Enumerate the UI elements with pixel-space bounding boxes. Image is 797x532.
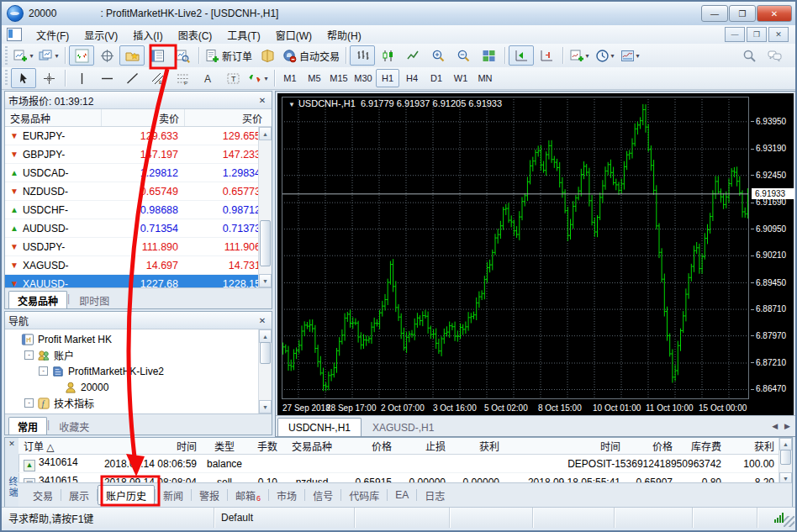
menu-显示[interactable]: 显示(V) xyxy=(77,26,125,44)
column-ask[interactable]: 买价 xyxy=(184,109,267,126)
market-watch-button[interactable] xyxy=(69,45,94,66)
terminal-tab-代码库[interactable]: 代码库 xyxy=(341,486,387,504)
vertical-line-button[interactable] xyxy=(69,68,94,88)
terminal-tab-EA[interactable]: EA xyxy=(388,486,416,504)
terminal-tab-邮箱[interactable]: 邮箱6 xyxy=(228,486,268,504)
tree-collapse-icon[interactable]: - xyxy=(24,398,34,408)
market-watch-row-NZDUSD[interactable]: ▼NZDUSD-0.657490.65773 xyxy=(5,182,272,201)
scroll-thumb[interactable] xyxy=(780,450,791,465)
terminal-tab-账户历史[interactable]: 账户历史 xyxy=(98,485,155,505)
timeframe-H1[interactable]: H1 xyxy=(376,69,399,87)
history-column-3[interactable]: 手数 xyxy=(247,439,282,453)
equidistant-channel-button[interactable]: E xyxy=(145,68,170,88)
market-watch-row-USDCHF[interactable]: ▲USDCHF-0.986880.98712 xyxy=(5,201,272,219)
market-watch-row-AUDUSD[interactable]: ▲AUDUSD-0.713540.71373 xyxy=(5,219,272,238)
terminal-tab-新闻[interactable]: 新闻 xyxy=(156,486,191,504)
mdi-minimize-button[interactable]: — xyxy=(725,27,745,42)
market-watch-row-XAGUSD[interactable]: ▼XAGUSD-14.69714.731 xyxy=(5,256,272,275)
navigator-item-技术指标[interactable]: -f技术指标 xyxy=(5,395,272,411)
market-watch-tab-交易品种[interactable]: 交易品种 xyxy=(8,291,67,308)
history-column-1[interactable]: 时间 xyxy=(87,439,202,453)
scroll-thumb[interactable] xyxy=(260,342,271,364)
status-profile[interactable]: Default xyxy=(214,508,355,528)
strategy-tester-button[interactable] xyxy=(170,45,195,66)
horizontal-line-button[interactable] xyxy=(94,68,119,88)
menu-插入[interactable]: 插入(I) xyxy=(125,26,170,44)
menu-窗口[interactable]: 窗口(W) xyxy=(268,26,319,44)
chat-button[interactable] xyxy=(762,45,787,66)
column-bid[interactable]: 卖价 xyxy=(101,109,184,126)
zoom-out-button[interactable] xyxy=(451,45,476,66)
timeframe-M1[interactable]: M1 xyxy=(278,69,302,87)
history-column-10[interactable]: 库存费 xyxy=(678,439,726,453)
history-column-2[interactable]: 类型 xyxy=(202,439,247,453)
trendline-button[interactable] xyxy=(119,68,145,88)
tab-scroll-right-icon[interactable]: ▶ xyxy=(784,422,790,430)
history-column-8[interactable]: 时间 xyxy=(504,439,625,453)
timeframe-M5[interactable]: M5 xyxy=(303,69,326,87)
chevron-down-icon[interactable]: ▾ xyxy=(55,52,58,60)
timeframe-M15[interactable]: M15 xyxy=(327,69,351,87)
menu-工具[interactable]: 工具(T) xyxy=(219,26,267,44)
market-watch-row-GBPJPY[interactable]: ▼GBPJPY-147.197147.233 xyxy=(5,145,272,164)
terminal-tab-警报[interactable]: 警报 xyxy=(192,486,227,504)
terminal-tab-交易[interactable]: 交易 xyxy=(25,486,61,504)
timeframe-W1[interactable]: W1 xyxy=(449,69,472,87)
price-axis[interactable]: 6.939506.931906.924506.916906.909506.902… xyxy=(751,97,794,399)
navigator-item-Profit-Market-HK[interactable]: Profit Market HK xyxy=(5,331,272,347)
terminal-button[interactable] xyxy=(145,45,170,66)
fibonacci-button[interactable]: F xyxy=(170,68,195,88)
chart-window-icon[interactable] xyxy=(7,28,22,41)
timeframe-M30[interactable]: M30 xyxy=(351,69,375,87)
chart-tab-XAGUSD-H1[interactable]: XAGUSD-,H1 xyxy=(362,418,445,436)
terminal-tab-日志[interactable]: 日志 xyxy=(417,486,452,504)
navigator-scrollbar[interactable]: ▲▼ xyxy=(258,329,272,413)
crosshair-button[interactable] xyxy=(36,68,61,88)
navigator-tab-收藏夹[interactable]: 收藏夹 xyxy=(50,417,98,435)
terminal-tab-市场[interactable]: 市场 xyxy=(269,486,304,504)
resize-grip[interactable] xyxy=(784,516,794,527)
candlestick-button[interactable] xyxy=(375,45,400,66)
close-icon[interactable]: ✕ xyxy=(256,96,268,105)
arrows-button[interactable]: ▾ xyxy=(245,68,271,88)
data-window-button[interactable] xyxy=(94,45,119,66)
search-button[interactable] xyxy=(736,45,762,66)
line-chart-button[interactable] xyxy=(400,45,425,66)
chevron-down-icon[interactable]: ▾ xyxy=(29,52,33,60)
close-icon[interactable]: ✕ xyxy=(256,316,268,325)
history-balance-row[interactable]: ▲3410614 2018.09.14 08:06:59 balance DEP… xyxy=(18,455,779,473)
history-column-4[interactable]: 交易品种 xyxy=(282,439,341,453)
restore-button[interactable]: ❐ xyxy=(729,5,756,22)
terminal-scrollbar[interactable]: ▲ ▼ xyxy=(779,438,792,485)
market-watch-row-XAUUSD[interactable]: ▼XAUUSD-1227.681228.15 xyxy=(5,275,272,287)
toolbar-grip[interactable] xyxy=(3,70,9,87)
history-column-6[interactable]: 止损 xyxy=(397,439,451,453)
timeframe-D1[interactable]: D1 xyxy=(425,69,448,87)
chevron-down-icon[interactable]: ▾ xyxy=(611,52,615,60)
tree-collapse-icon[interactable]: - xyxy=(39,366,48,376)
history-column-7[interactable]: 获利 xyxy=(451,439,504,453)
navigator-button[interactable] xyxy=(119,45,145,66)
indicators-button[interactable]: ▾ xyxy=(567,45,592,66)
close-icon[interactable]: ✕ xyxy=(7,440,17,450)
bar-chart-button[interactable] xyxy=(350,45,375,66)
menu-文件[interactable]: 文件(F) xyxy=(29,26,77,44)
chart-shift-button[interactable] xyxy=(534,45,559,66)
history-column-0[interactable]: 订单 △ xyxy=(18,439,87,453)
time-axis[interactable]: 27 Sep 201828 Sep 17:002 Oct 07:003 Oct … xyxy=(282,401,792,416)
text-label-button[interactable]: T xyxy=(220,68,245,88)
navigator-item-ProfitMarketHK-Live2[interactable]: -ProfitMarketHK-Live2 xyxy=(5,363,272,379)
tile-windows-button[interactable] xyxy=(476,45,501,66)
tab-scroll-left-icon[interactable]: ◀ xyxy=(772,422,778,430)
terminal-tab-信号[interactable]: 信号 xyxy=(305,486,340,504)
market-watch-row-EURJPY[interactable]: ▼EURJPY-129.633129.655 xyxy=(5,127,272,145)
cursor-button[interactable] xyxy=(11,68,36,88)
navigator-item-20000[interactable]: 20000 xyxy=(5,379,272,395)
timeframe-MN[interactable]: MN xyxy=(473,69,497,87)
timeframe-H4[interactable]: H4 xyxy=(400,69,424,87)
market-watch-tab-即时图[interactable]: 即时图 xyxy=(70,291,119,308)
terminal-tab-展示[interactable]: 展示 xyxy=(61,486,97,504)
menu-帮助[interactable]: 帮助(H) xyxy=(319,26,369,44)
autotrade-button[interactable]: 自动交易 xyxy=(280,45,342,66)
auto-scroll-button[interactable] xyxy=(509,45,534,66)
